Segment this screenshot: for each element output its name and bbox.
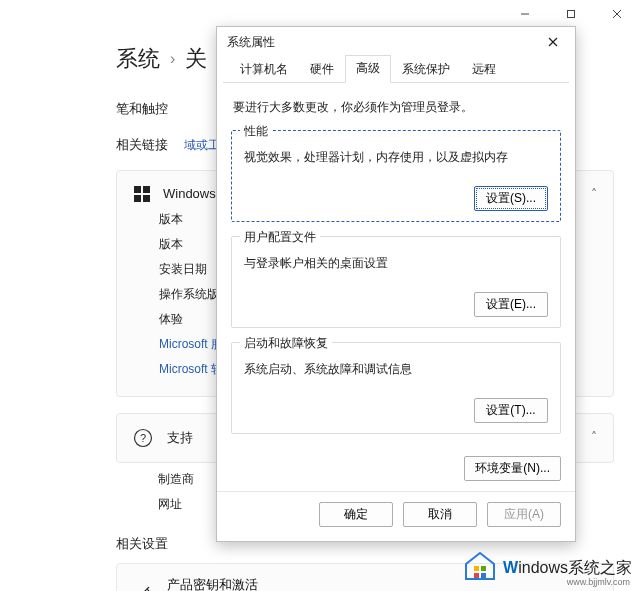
performance-settings-button[interactable]: 设置(S)...: [474, 186, 548, 211]
breadcrumb-system[interactable]: 系统: [116, 44, 160, 74]
domain-workgroup-link[interactable]: 域或工: [184, 138, 220, 152]
close-icon[interactable]: [539, 31, 567, 53]
user-profiles-settings-button[interactable]: 设置(E)...: [474, 292, 548, 317]
startup-recovery-label: 启动和故障恢复: [240, 335, 332, 352]
performance-label: 性能: [240, 123, 272, 140]
ok-button[interactable]: 确定: [319, 502, 393, 527]
performance-desc: 视觉效果，处理器计划，内存使用，以及虚拟内存: [244, 149, 548, 166]
activation-title: 产品密钥和激活: [167, 576, 314, 591]
admin-note: 要进行大多数更改，你必须作为管理员登录。: [233, 99, 559, 116]
performance-group: 性能 视觉效果，处理器计划，内存使用，以及虚拟内存 设置(S)...: [231, 130, 561, 222]
svg-rect-20: [481, 566, 486, 571]
tab-remote[interactable]: 远程: [461, 56, 507, 83]
chevron-up-icon: ˄: [591, 430, 597, 444]
svg-rect-22: [481, 573, 486, 578]
svg-rect-19: [474, 566, 479, 571]
user-profiles-group: 用户配置文件 与登录帐户相关的桌面设置 设置(E)...: [231, 236, 561, 328]
tab-advanced[interactable]: 高级: [345, 55, 391, 83]
svg-line-12: [147, 589, 149, 591]
support-title: 支持: [167, 429, 193, 447]
startup-recovery-desc: 系统启动、系统故障和调试信息: [244, 361, 548, 378]
svg-rect-21: [474, 573, 479, 578]
key-icon: [133, 583, 153, 592]
svg-rect-6: [134, 195, 141, 202]
startup-recovery-settings-button[interactable]: 设置(T)...: [474, 398, 548, 423]
svg-rect-7: [143, 195, 150, 202]
env-vars-button[interactable]: 环境变量(N)...: [464, 456, 561, 481]
svg-marker-18: [466, 553, 494, 579]
apply-button[interactable]: 应用(A): [487, 502, 561, 527]
windows-logo-icon: [133, 185, 151, 203]
tab-protection[interactable]: 系统保护: [391, 56, 461, 83]
house-logo-icon: [463, 551, 497, 585]
tab-computer-name[interactable]: 计算机名: [229, 56, 299, 83]
svg-rect-4: [134, 186, 141, 193]
svg-text:?: ?: [140, 432, 146, 444]
watermark-url: www.bjjmlv.com: [567, 577, 630, 587]
startup-recovery-group: 启动和故障恢复 系统启动、系统故障和调试信息 设置(T)...: [231, 342, 561, 434]
dialog-title: 系统属性: [227, 34, 539, 51]
user-profiles-desc: 与登录帐户相关的桌面设置: [244, 255, 548, 272]
help-icon: ?: [133, 428, 153, 448]
tab-hardware[interactable]: 硬件: [299, 56, 345, 83]
user-profiles-label: 用户配置文件: [240, 229, 320, 246]
cancel-button[interactable]: 取消: [403, 502, 477, 527]
svg-rect-5: [143, 186, 150, 193]
tab-bar: 计算机名 硬件 高级 系统保护 远程: [223, 57, 569, 83]
system-properties-dialog: 系统属性 计算机名 硬件 高级 系统保护 远程 要进行大多数更改，你必须作为管理…: [216, 26, 576, 542]
chevron-right-icon: ›: [170, 50, 175, 68]
chevron-up-icon: ˄: [591, 187, 597, 201]
breadcrumb-about: 关: [185, 44, 207, 74]
